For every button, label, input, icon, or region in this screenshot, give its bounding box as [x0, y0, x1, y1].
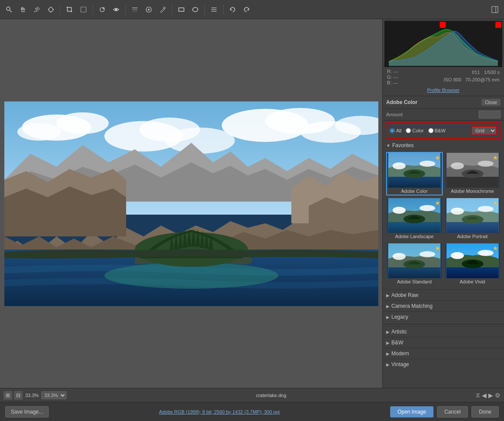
filter-bw[interactable]: B&W [428, 128, 446, 133]
eyedropper-tool[interactable] [31, 4, 43, 15]
camera-matching-header[interactable]: ▶ Camera Matching [383, 301, 504, 311]
spot-removal-tool[interactable] [97, 4, 108, 15]
r-value: R: --- [387, 69, 398, 74]
histogram-warning-left[interactable] [440, 22, 446, 28]
done-button[interactable]: Done [471, 406, 499, 418]
close-button[interactable]: Close [481, 99, 501, 106]
separator-3 [125, 4, 126, 15]
targeted-adj-tool[interactable] [45, 4, 57, 15]
amount-row: Amount [383, 109, 504, 121]
hand-tool[interactable] [17, 4, 29, 15]
svg-point-0 [7, 7, 10, 10]
adobe-standard-label: Adobe Standard [387, 278, 442, 285]
artistic-section: ▶ Artistic [383, 326, 504, 337]
radial-filter-tool[interactable] [143, 4, 154, 15]
favorites-header[interactable]: ▼ Favorites [383, 141, 504, 150]
open-image-button[interactable]: Open Image [390, 406, 434, 418]
filter-all[interactable]: All [390, 128, 401, 133]
bw-header[interactable]: ▶ B&W [383, 337, 504, 348]
zoom-fill-button[interactable]: ⊟ [14, 391, 23, 400]
canvas-area[interactable] [0, 19, 382, 388]
adobe-vivid-star[interactable]: ★ [493, 245, 498, 252]
profile-grid: ★ Adobe Color [383, 150, 504, 288]
profile-browser-link[interactable]: Profile Browser [384, 86, 502, 94]
filter-icon[interactable]: ⧖ [476, 391, 480, 399]
adobe-raw-arrow: ▶ [386, 293, 390, 298]
file-info[interactable]: Adobe RGB (1998); 8 bit; 2560 by 1432 (3… [49, 409, 390, 414]
transform-tool[interactable] [78, 4, 89, 15]
undo-tool[interactable] [227, 4, 238, 15]
adobe-monochrome-star[interactable]: ★ [493, 154, 498, 161]
profile-adobe-monochrome[interactable]: ★ Adobe Monochrome [444, 152, 501, 195]
settings-icon[interactable]: ⚙ [495, 392, 501, 399]
next-icon[interactable]: ▶ [488, 392, 493, 399]
modern-header[interactable]: ▶ Modern [383, 348, 504, 359]
amount-input[interactable] [479, 111, 501, 118]
separator-6 [223, 4, 224, 15]
histogram-info: R: --- G: --- B: --- f/11 1/500 s ISO 80… [384, 67, 502, 86]
svg-point-53 [420, 205, 435, 211]
prev-icon[interactable]: ◀ [482, 392, 487, 399]
profile-adobe-standard[interactable]: ★ Adobe Standard [386, 242, 443, 286]
svg-point-48 [477, 161, 493, 167]
separator-2 [93, 4, 93, 15]
profile-adobe-portrait[interactable]: ★ Adobe Portrait [444, 197, 501, 241]
redeye-tool[interactable] [110, 4, 122, 15]
vintage-header[interactable]: ▶ Vintage [383, 359, 504, 370]
oval-tool[interactable] [190, 4, 201, 15]
filter-bw-radio[interactable] [428, 128, 434, 133]
svg-rect-18 [179, 8, 184, 11]
adobe-vivid-label: Adobe Vivid [445, 278, 500, 285]
thumb-adobe-vivid-img: ★ [445, 243, 500, 278]
filter-color[interactable]: Color [406, 128, 424, 133]
zoom-fit-button[interactable]: ⊞ [3, 391, 12, 400]
adobe-color-label: Adobe Color [387, 188, 442, 195]
svg-point-52 [393, 207, 406, 214]
zoom-dropdown[interactable]: 33.3% 25% 50% 100% [41, 391, 67, 399]
action-bar: Save Image... Adobe RGB (1998); 8 bit; 2… [0, 402, 504, 421]
adobe-color-star[interactable]: ★ [435, 154, 441, 161]
artistic-arrow: ▶ [386, 330, 390, 334]
histogram-warning-right[interactable] [495, 22, 501, 28]
adobe-landscape-star[interactable]: ★ [435, 199, 441, 206]
camera-matching-label: Camera Matching [391, 303, 433, 309]
filter-color-radio[interactable] [406, 128, 411, 133]
adobe-standard-star[interactable]: ★ [435, 245, 441, 252]
filter-all-radio[interactable] [390, 128, 395, 133]
adobe-raw-header[interactable]: ▶ Adobe Raw [383, 290, 504, 300]
profile-adobe-vivid[interactable]: ★ Adobe Vivid [444, 242, 501, 286]
artistic-label: Artistic [391, 329, 407, 335]
rect-tool[interactable] [176, 4, 187, 15]
redo-tool[interactable] [241, 4, 252, 15]
svg-point-47 [451, 162, 464, 169]
crop-tool[interactable] [64, 4, 75, 15]
g-value: G: --- [387, 74, 398, 80]
camera-matching-section: ▶ Camera Matching [383, 300, 504, 311]
profile-adobe-color[interactable]: ★ Adobe Color [386, 152, 443, 195]
svg-point-27 [57, 112, 109, 134]
svg-point-63 [420, 251, 435, 257]
legacy-header[interactable]: ▶ Legacy [383, 312, 504, 322]
adobe-portrait-star[interactable]: ★ [493, 199, 498, 206]
adobe-landscape-label: Adobe Landscape [387, 233, 442, 240]
favorites-arrow: ▼ [386, 143, 391, 148]
profile-adobe-landscape[interactable]: ★ Adobe Landscape [386, 197, 443, 241]
zoom-tool[interactable] [3, 4, 15, 15]
save-image-button[interactable]: Save Image... [5, 406, 49, 418]
svg-point-11 [115, 8, 117, 10]
svg-point-43 [420, 161, 435, 167]
graduated-filter-tool[interactable] [129, 4, 140, 15]
thumb-adobe-color-img: ★ [387, 153, 442, 188]
photo-container [4, 101, 378, 306]
artistic-header[interactable]: ▶ Artistic [383, 327, 504, 337]
favorites-label: Favorites [392, 142, 414, 148]
filter-radio-group: All Color B&W [390, 128, 467, 133]
cancel-button[interactable]: Cancel [437, 406, 468, 418]
zoom-controls: ⊞ ⊟ 33.3% 33.3% 25% 50% 100% [3, 391, 67, 400]
view-select[interactable]: Grid List [471, 126, 497, 135]
list-view-tool[interactable] [208, 4, 220, 15]
brush-tool[interactable] [157, 4, 168, 15]
panel-toggle[interactable] [489, 4, 501, 15]
svg-point-58 [477, 206, 493, 212]
separator-1 [60, 4, 60, 15]
